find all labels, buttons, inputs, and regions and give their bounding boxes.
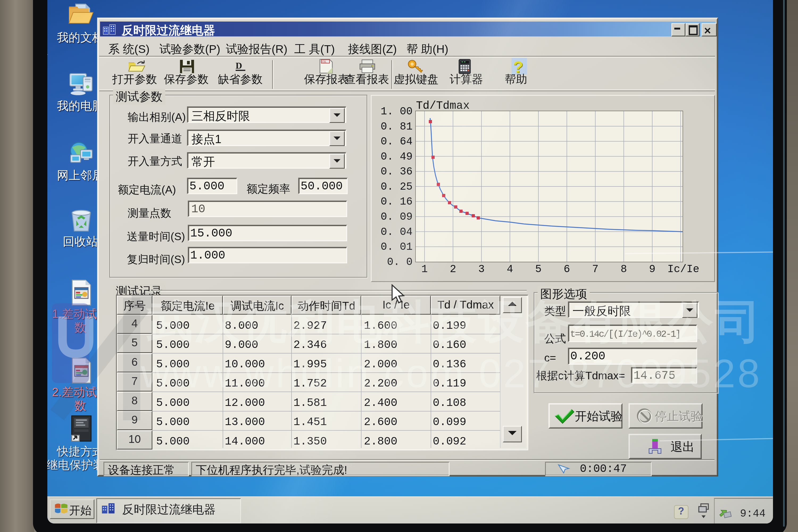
svg-text:D: D [236,61,242,71]
svg-text:CSL: CSL [322,60,327,63]
